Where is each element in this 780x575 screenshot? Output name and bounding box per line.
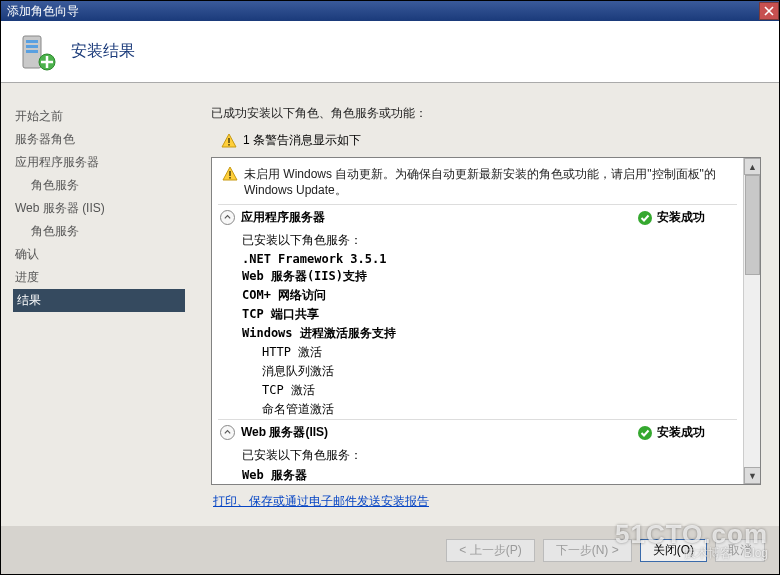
titlebar: 添加角色向导: [1, 1, 779, 21]
warning-summary: 1 条警告消息显示如下: [221, 132, 761, 149]
svg-rect-5: [228, 138, 230, 143]
vertical-scrollbar[interactable]: ▲ ▼: [743, 158, 760, 484]
status-badge: 安装成功: [637, 209, 705, 226]
section-app-server: 应用程序服务器 安装成功: [218, 204, 737, 230]
previous-button: < 上一步(P): [446, 539, 534, 562]
collapse-toggle[interactable]: [220, 210, 235, 225]
status-text: 安装成功: [657, 209, 705, 226]
update-notice: 未启用 Windows 自动更新。为确保自动更新最新安装的角色或功能，请启用"控…: [218, 164, 737, 204]
chevron-up-icon: [223, 428, 232, 437]
role-services-list: .NET Framework 3.5.1 Web 服务器(IIS)支持 COM+…: [218, 251, 737, 419]
success-icon: [637, 425, 653, 441]
list-item: COM+ 网络访问: [242, 286, 737, 305]
page-title: 安装结果: [71, 41, 135, 62]
sidebar-item-role-services-2[interactable]: 角色服务: [13, 220, 185, 243]
window-title: 添加角色向导: [7, 3, 79, 20]
warning-icon: [222, 166, 238, 182]
wizard-buttons: < 上一步(P) 下一步(N) > 关闭(O) 取消: [1, 526, 779, 574]
update-notice-text: 未启用 Windows 自动更新。为确保自动更新最新安装的角色或功能，请启用"控…: [244, 166, 733, 198]
svg-rect-1: [26, 40, 38, 43]
sidebar-item-before-begin[interactable]: 开始之前: [13, 105, 185, 128]
svg-rect-8: [229, 177, 231, 179]
svg-rect-2: [26, 45, 38, 48]
section-subintro: 已安装以下角色服务：: [218, 445, 737, 466]
section-title: Web 服务器(IIS): [241, 424, 328, 441]
svg-rect-6: [228, 144, 230, 146]
collapse-toggle[interactable]: [220, 425, 235, 440]
svg-rect-7: [229, 171, 231, 176]
sidebar-item-results[interactable]: 结果: [13, 289, 185, 312]
warning-summary-text: 1 条警告消息显示如下: [243, 132, 361, 149]
scroll-up-button[interactable]: ▲: [744, 158, 761, 175]
intro-text: 已成功安装以下角色、角色服务或功能：: [211, 105, 761, 122]
sidebar-item-web-server-iis[interactable]: Web 服务器 (IIS): [13, 197, 185, 220]
list-subitem: 命名管道激活: [262, 400, 737, 419]
list-subitem: HTTP 激活: [262, 343, 737, 362]
scroll-thumb[interactable]: [745, 175, 760, 275]
print-save-email-report-link[interactable]: 打印、保存或通过电子邮件发送安装报告: [213, 494, 429, 508]
section-web-server-iis: Web 服务器(IIS) 安装成功: [218, 419, 737, 445]
sidebar-item-role-services-1[interactable]: 角色服务: [13, 174, 185, 197]
server-role-icon: [17, 32, 57, 72]
svg-rect-3: [26, 50, 38, 53]
close-icon: [764, 6, 774, 16]
main-panel: 已成功安装以下角色、角色服务或功能： 1 条警告消息显示如下 未启用 Windo…: [197, 83, 779, 526]
list-subitem: 消息队列激活: [262, 362, 737, 381]
wizard-header: 安装结果: [1, 21, 779, 83]
status-badge: 安装成功: [637, 424, 705, 441]
warning-icon: [221, 133, 237, 149]
cancel-button: 取消: [715, 539, 765, 562]
chevron-up-icon: [223, 213, 232, 222]
sidebar-item-server-roles[interactable]: 服务器角色: [13, 128, 185, 151]
results-box: 未启用 Windows 自动更新。为确保自动更新最新安装的角色或功能，请启用"控…: [211, 157, 761, 485]
list-item: TCP 端口共享: [242, 305, 737, 324]
scroll-down-button[interactable]: ▼: [744, 467, 761, 484]
sidebar-item-app-server[interactable]: 应用程序服务器: [13, 151, 185, 174]
sidebar-item-confirmation[interactable]: 确认: [13, 243, 185, 266]
section-subintro: 已安装以下角色服务：: [218, 230, 737, 251]
list-item: Web 服务器: [242, 466, 737, 484]
list-item: Windows 进程激活服务支持: [242, 324, 737, 343]
wizard-steps-sidebar: 开始之前 服务器角色 应用程序服务器 角色服务 Web 服务器 (IIS) 角色…: [1, 83, 197, 526]
section-title: 应用程序服务器: [241, 209, 325, 226]
status-text: 安装成功: [657, 424, 705, 441]
list-item: Web 服务器(IIS)支持: [242, 267, 737, 286]
success-icon: [637, 210, 653, 226]
next-button: 下一步(N) >: [543, 539, 632, 562]
window-close-button[interactable]: [759, 2, 779, 20]
sidebar-item-progress[interactable]: 进度: [13, 266, 185, 289]
list-subitem: TCP 激活: [262, 381, 737, 400]
list-item: .NET Framework 3.5.1: [242, 251, 737, 267]
close-button[interactable]: 关闭(O): [640, 539, 707, 562]
role-services-list: Web 服务器 常见 HTTP 功能 静态内容: [218, 466, 737, 484]
